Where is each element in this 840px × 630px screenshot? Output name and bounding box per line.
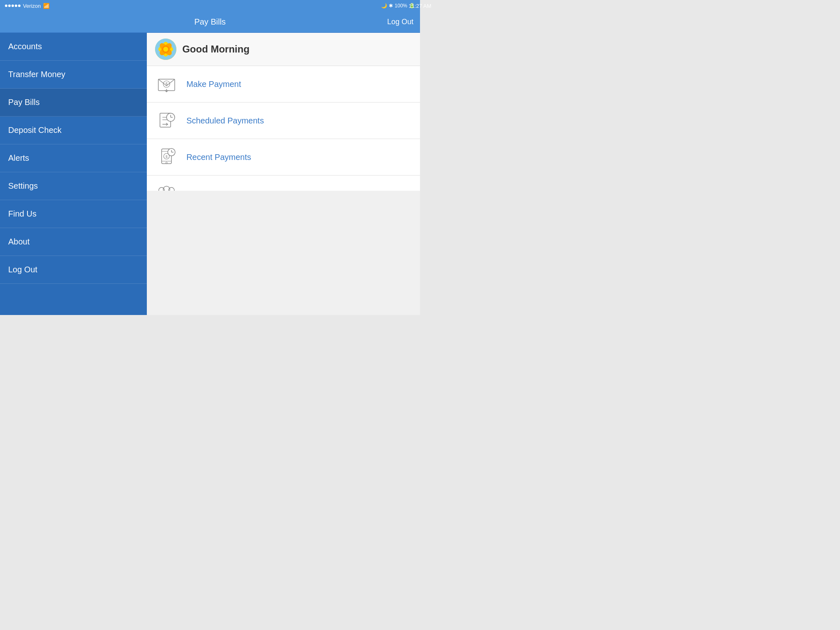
menu-item-make-payment[interactable]: $ Make Payment — [147, 66, 420, 103]
sidebar-item-alerts[interactable]: Alerts — [0, 144, 147, 172]
moon-icon: 🌙 — [381, 3, 387, 9]
avatar — [155, 39, 176, 60]
sidebar-item-accounts[interactable]: Accounts — [0, 33, 147, 61]
sidebar-item-deposit-check[interactable]: Deposit Check — [0, 116, 147, 144]
sidebar-item-transfer-money[interactable]: Transfer Money — [0, 61, 147, 89]
sidebar-spacer — [0, 284, 147, 315]
menu-item-recent-payments[interactable]: $ Recent Payments — [147, 139, 420, 176]
status-bar-left: Verizon 📶 — [5, 3, 50, 9]
recent-payments-icon: $ — [155, 146, 178, 169]
status-bar: Verizon 📶 11:27 AM 🌙 ✱ 100% 🔋 — [0, 0, 420, 11]
carrier-label: Verizon — [23, 3, 41, 9]
main-layout: Accounts Transfer Money Pay Bills Deposi… — [0, 33, 420, 315]
make-payment-label: Make Payment — [186, 80, 241, 89]
content-bottom-space — [147, 191, 420, 315]
nav-title: Pay Bills — [194, 17, 226, 27]
scheduled-payments-label: Scheduled Payments — [186, 116, 264, 126]
sidebar-item-find-us[interactable]: Find Us — [0, 200, 147, 228]
recent-payments-label: Recent Payments — [186, 153, 251, 162]
menu-item-manage-payees[interactable]: Manage Payees — [147, 176, 420, 191]
greeting-text: Good Morning — [182, 43, 249, 55]
svg-point-33 — [169, 187, 174, 191]
wifi-icon: 📶 — [43, 3, 50, 9]
sidebar-item-about[interactable]: About — [0, 228, 147, 256]
logout-button[interactable]: Log Out — [387, 18, 413, 26]
menu-item-scheduled-payments[interactable]: Scheduled Payments — [147, 103, 420, 139]
sidebar-item-settings[interactable]: Settings — [0, 172, 147, 200]
signal-dots — [5, 5, 21, 7]
content-area: Good Morning $ — [147, 33, 420, 315]
manage-payees-icon — [155, 182, 178, 191]
menu-list: $ Make Payment — [147, 66, 420, 191]
sidebar-item-logout[interactable]: Log Out — [0, 256, 147, 284]
svg-point-10 — [163, 47, 168, 52]
bluetooth-icon: ✱ — [389, 3, 393, 9]
time-display: 11:27 AM — [409, 3, 420, 9]
sidebar: Accounts Transfer Money Pay Bills Deposi… — [0, 33, 147, 315]
content-header: Good Morning — [147, 33, 420, 66]
payment-envelope-icon: $ — [155, 73, 178, 96]
svg-text:$: $ — [166, 155, 168, 159]
nav-bar: Pay Bills Log Out — [0, 11, 420, 33]
svg-text:$: $ — [166, 82, 168, 87]
scheduled-payments-icon — [155, 109, 178, 132]
battery-label: 100% — [395, 3, 407, 9]
sidebar-item-pay-bills[interactable]: Pay Bills — [0, 89, 147, 116]
